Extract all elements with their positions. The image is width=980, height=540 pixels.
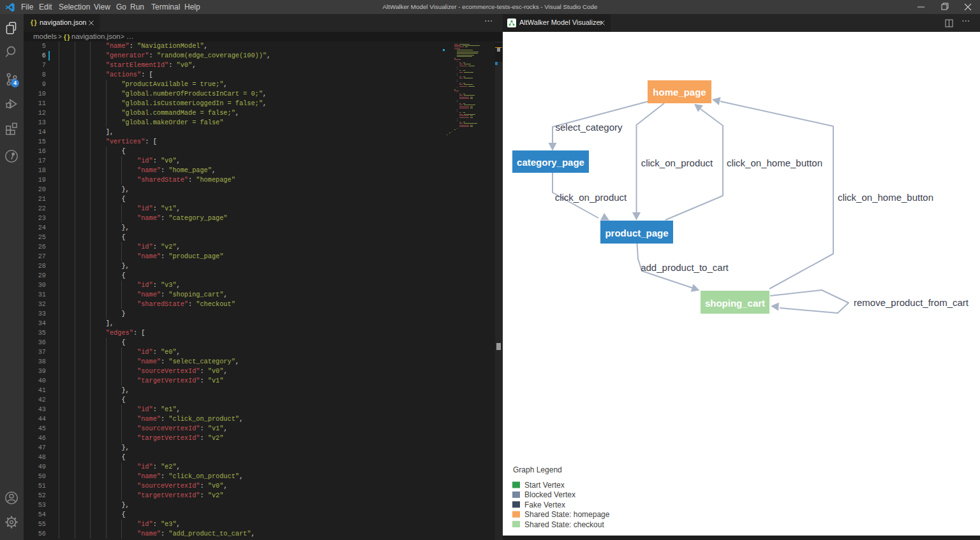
svg-text:click_on_home_button: click_on_home_button xyxy=(727,157,822,168)
svg-text:home_page: home_page xyxy=(653,87,706,98)
svg-text:remove_product_from_cart: remove_product_from_cart xyxy=(854,297,969,308)
svg-text:Start Vertex: Start Vertex xyxy=(524,481,565,490)
svg-text:Shared State: checkout: Shared State: checkout xyxy=(524,520,604,529)
svg-text:Fake Vertex: Fake Vertex xyxy=(524,500,565,509)
svg-text:click_on_product: click_on_product xyxy=(555,192,627,203)
svg-text:category_page: category_page xyxy=(517,157,584,168)
svg-text:Graph Legend: Graph Legend xyxy=(513,465,562,474)
svg-text:select_category: select_category xyxy=(555,122,623,133)
svg-text:product_page: product_page xyxy=(605,228,668,238)
svg-text:Blocked Vertex: Blocked Vertex xyxy=(524,490,575,499)
svg-text:click_on_home_button: click_on_home_button xyxy=(838,192,933,203)
svg-text:Shared State: homepage: Shared State: homepage xyxy=(524,510,610,519)
svg-text:shoping_cart: shoping_cart xyxy=(705,298,765,309)
svg-text:add_product_to_cart: add_product_to_cart xyxy=(641,262,729,273)
svg-text:click_on_product: click_on_product xyxy=(641,157,713,168)
